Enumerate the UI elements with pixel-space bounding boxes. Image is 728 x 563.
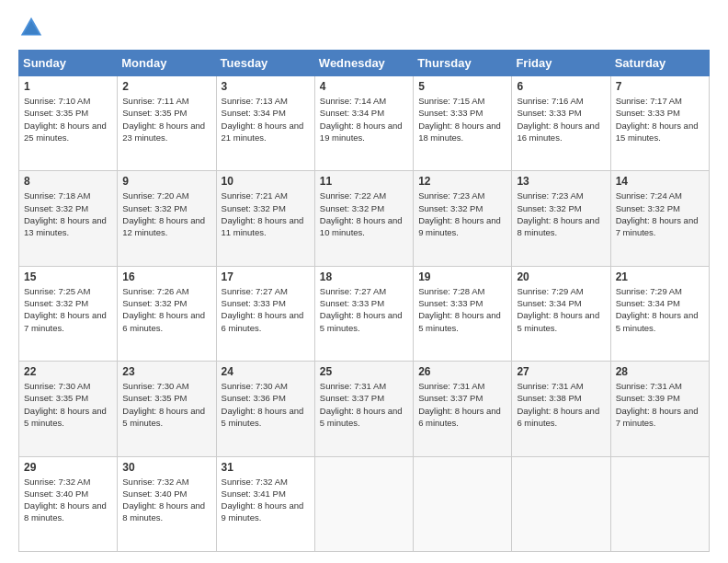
day-number: 31 [222, 461, 310, 474]
day-info: Sunrise: 7:14 AM Sunset: 3:34 PM Dayligh… [320, 95, 408, 144]
day-info: Sunrise: 7:26 AM Sunset: 3:32 PM Dayligh… [122, 285, 210, 334]
col-header-thursday: Thursday [414, 51, 512, 76]
week-row-2: 8 Sunrise: 7:18 AM Sunset: 3:32 PM Dayli… [19, 171, 710, 266]
day-cell: 10 Sunrise: 7:21 AM Sunset: 3:32 PM Dayl… [216, 171, 314, 266]
day-info: Sunrise: 7:31 AM Sunset: 3:38 PM Dayligh… [517, 380, 605, 429]
day-info: Sunrise: 7:23 AM Sunset: 3:32 PM Dayligh… [418, 190, 506, 238]
day-info: Sunrise: 7:17 AM Sunset: 3:33 PM Dayligh… [616, 95, 704, 144]
day-cell: 26 Sunrise: 7:31 AM Sunset: 3:37 PM Dayl… [414, 362, 512, 456]
day-number: 6 [517, 80, 605, 93]
day-info: Sunrise: 7:32 AM Sunset: 3:40 PM Dayligh… [122, 476, 210, 524]
col-header-sunday: Sunday [19, 51, 118, 76]
day-number: 29 [24, 461, 112, 474]
col-header-friday: Friday [512, 51, 610, 76]
day-cell: 17 Sunrise: 7:27 AM Sunset: 3:33 PM Dayl… [216, 266, 314, 361]
day-info: Sunrise: 7:31 AM Sunset: 3:37 PM Dayligh… [418, 380, 506, 429]
day-cell: 14 Sunrise: 7:24 AM Sunset: 3:32 PM Dayl… [610, 171, 709, 266]
day-number: 3 [222, 80, 310, 93]
day-cell: 24 Sunrise: 7:30 AM Sunset: 3:36 PM Dayl… [216, 362, 314, 456]
day-cell: 2 Sunrise: 7:11 AM Sunset: 3:35 PM Dayli… [118, 76, 216, 171]
day-cell: 3 Sunrise: 7:13 AM Sunset: 3:34 PM Dayli… [216, 76, 314, 171]
day-number: 24 [222, 365, 310, 378]
day-number: 20 [517, 270, 605, 283]
day-number: 28 [616, 365, 704, 378]
day-cell: 8 Sunrise: 7:18 AM Sunset: 3:32 PM Dayli… [19, 171, 118, 266]
day-cell [414, 456, 512, 551]
week-row-4: 22 Sunrise: 7:30 AM Sunset: 3:35 PM Dayl… [19, 362, 710, 456]
day-number: 27 [517, 365, 605, 378]
col-header-saturday: Saturday [610, 51, 709, 76]
day-info: Sunrise: 7:31 AM Sunset: 3:39 PM Dayligh… [616, 380, 704, 429]
logo-icon [18, 15, 44, 40]
week-row-1: 1 Sunrise: 7:10 AM Sunset: 3:35 PM Dayli… [19, 76, 710, 171]
day-cell [610, 456, 709, 551]
day-info: Sunrise: 7:15 AM Sunset: 3:33 PM Dayligh… [418, 95, 506, 144]
day-number: 14 [616, 175, 704, 188]
day-cell: 25 Sunrise: 7:31 AM Sunset: 3:37 PM Dayl… [314, 362, 413, 456]
day-info: Sunrise: 7:27 AM Sunset: 3:33 PM Dayligh… [320, 285, 408, 334]
logo [18, 15, 48, 40]
page: SundayMondayTuesdayWednesdayThursdayFrid… [0, 0, 728, 563]
day-info: Sunrise: 7:18 AM Sunset: 3:32 PM Dayligh… [24, 190, 112, 238]
day-info: Sunrise: 7:16 AM Sunset: 3:33 PM Dayligh… [517, 95, 605, 144]
day-number: 30 [122, 461, 210, 474]
day-cell: 4 Sunrise: 7:14 AM Sunset: 3:34 PM Dayli… [314, 76, 413, 171]
day-cell: 22 Sunrise: 7:30 AM Sunset: 3:35 PM Dayl… [19, 362, 118, 456]
day-info: Sunrise: 7:30 AM Sunset: 3:35 PM Dayligh… [24, 380, 112, 429]
day-info: Sunrise: 7:32 AM Sunset: 3:40 PM Dayligh… [24, 476, 112, 524]
day-info: Sunrise: 7:30 AM Sunset: 3:36 PM Dayligh… [222, 380, 310, 429]
day-cell: 11 Sunrise: 7:22 AM Sunset: 3:32 PM Dayl… [314, 171, 413, 266]
day-info: Sunrise: 7:23 AM Sunset: 3:32 PM Dayligh… [517, 190, 605, 238]
day-cell: 27 Sunrise: 7:31 AM Sunset: 3:38 PM Dayl… [512, 362, 610, 456]
day-info: Sunrise: 7:13 AM Sunset: 3:34 PM Dayligh… [222, 95, 310, 144]
day-cell: 30 Sunrise: 7:32 AM Sunset: 3:40 PM Dayl… [118, 456, 216, 551]
day-cell: 6 Sunrise: 7:16 AM Sunset: 3:33 PM Dayli… [512, 76, 610, 171]
day-number: 12 [418, 175, 506, 188]
col-header-monday: Monday [118, 51, 216, 76]
day-info: Sunrise: 7:27 AM Sunset: 3:33 PM Dayligh… [222, 285, 310, 334]
day-number: 9 [122, 175, 210, 188]
day-cell: 1 Sunrise: 7:10 AM Sunset: 3:35 PM Dayli… [19, 76, 118, 171]
day-number: 25 [320, 365, 408, 378]
day-number: 15 [24, 270, 112, 283]
day-number: 16 [122, 270, 210, 283]
day-cell: 19 Sunrise: 7:28 AM Sunset: 3:33 PM Dayl… [414, 266, 512, 361]
calendar-table: SundayMondayTuesdayWednesdayThursdayFrid… [18, 50, 710, 552]
col-header-tuesday: Tuesday [216, 51, 314, 76]
day-info: Sunrise: 7:30 AM Sunset: 3:35 PM Dayligh… [122, 380, 210, 429]
day-info: Sunrise: 7:20 AM Sunset: 3:32 PM Dayligh… [122, 190, 210, 238]
day-number: 26 [418, 365, 506, 378]
day-cell [314, 456, 413, 551]
header-row: SundayMondayTuesdayWednesdayThursdayFrid… [19, 51, 710, 76]
week-row-5: 29 Sunrise: 7:32 AM Sunset: 3:40 PM Dayl… [19, 456, 710, 551]
day-info: Sunrise: 7:29 AM Sunset: 3:34 PM Dayligh… [616, 285, 704, 334]
day-number: 21 [616, 270, 704, 283]
header [18, 15, 710, 40]
day-number: 4 [320, 80, 408, 93]
day-info: Sunrise: 7:21 AM Sunset: 3:32 PM Dayligh… [222, 190, 310, 238]
day-info: Sunrise: 7:11 AM Sunset: 3:35 PM Dayligh… [122, 95, 210, 144]
day-number: 11 [320, 175, 408, 188]
day-info: Sunrise: 7:10 AM Sunset: 3:35 PM Dayligh… [24, 95, 112, 144]
day-number: 7 [616, 80, 704, 93]
day-number: 18 [320, 270, 408, 283]
day-info: Sunrise: 7:28 AM Sunset: 3:33 PM Dayligh… [418, 285, 506, 334]
day-number: 23 [122, 365, 210, 378]
day-cell: 7 Sunrise: 7:17 AM Sunset: 3:33 PM Dayli… [610, 76, 709, 171]
day-info: Sunrise: 7:22 AM Sunset: 3:32 PM Dayligh… [320, 190, 408, 238]
day-number: 13 [517, 175, 605, 188]
day-cell: 28 Sunrise: 7:31 AM Sunset: 3:39 PM Dayl… [610, 362, 709, 456]
day-cell: 21 Sunrise: 7:29 AM Sunset: 3:34 PM Dayl… [610, 266, 709, 361]
day-number: 10 [222, 175, 310, 188]
day-cell: 12 Sunrise: 7:23 AM Sunset: 3:32 PM Dayl… [414, 171, 512, 266]
day-cell: 13 Sunrise: 7:23 AM Sunset: 3:32 PM Dayl… [512, 171, 610, 266]
day-cell [512, 456, 610, 551]
day-cell: 29 Sunrise: 7:32 AM Sunset: 3:40 PM Dayl… [19, 456, 118, 551]
col-header-wednesday: Wednesday [314, 51, 413, 76]
day-info: Sunrise: 7:32 AM Sunset: 3:41 PM Dayligh… [222, 476, 310, 524]
day-cell: 31 Sunrise: 7:32 AM Sunset: 3:41 PM Dayl… [216, 456, 314, 551]
day-number: 2 [122, 80, 210, 93]
week-row-3: 15 Sunrise: 7:25 AM Sunset: 3:32 PM Dayl… [19, 266, 710, 361]
day-number: 8 [24, 175, 112, 188]
day-cell: 18 Sunrise: 7:27 AM Sunset: 3:33 PM Dayl… [314, 266, 413, 361]
